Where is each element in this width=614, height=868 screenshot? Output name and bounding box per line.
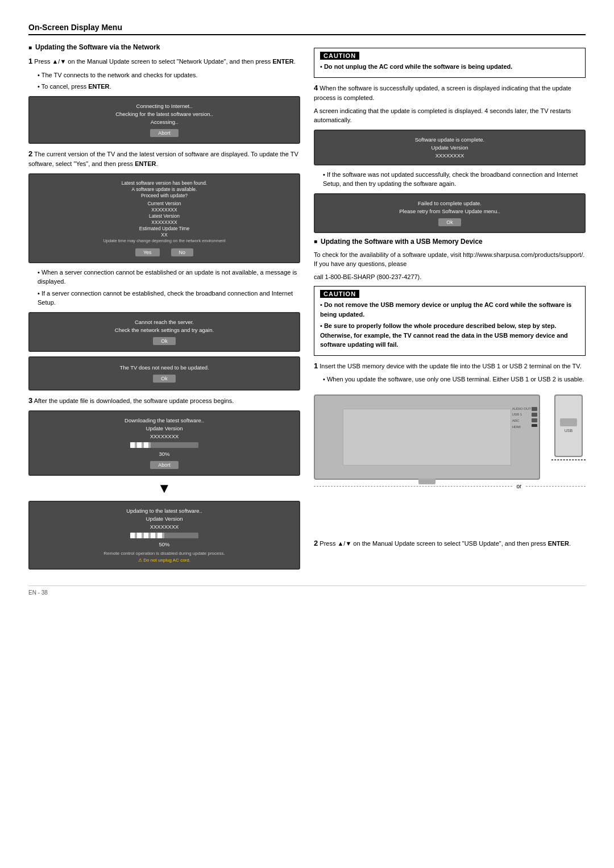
usb-stick-area: USB [551,394,586,463]
screen2-btn-row: Yes No [135,246,193,256]
screen2-latest-val: XXXXXXXX [151,219,177,225]
screen1-abort-btn: Abort [150,129,179,137]
page-header: On-Screen Display Menu [28,23,586,35]
right-column: CAUTION Do not unplug the AC cord while … [314,43,586,574]
screen2-note: Update time may change depending on the … [103,238,225,243]
step2-usb-text: 2 Press ▲/▼ on the Manual Update screen … [314,538,586,549]
screen7: Software update is complete. Update Vers… [314,130,586,165]
screen6-val: XXXXXXXX [150,524,179,530]
arrow-down: ▼ [28,480,300,496]
screen2-yes-btn: Yes [135,248,160,256]
port1 [532,407,537,411]
screen2-line1: Latest software version has been found. [122,180,208,186]
screen2-time-label: Estimated Update Time [139,226,189,231]
tv-stand [418,479,435,484]
dashed-line-left [314,486,512,487]
screen4-ok-btn: Ok [153,375,176,383]
caution2-bullet2: Be sure to properly follow the whole pro… [320,321,579,350]
screen2-latest-label: Latest Version [149,213,180,219]
screen6-note: Remote control operation is disabled dur… [103,551,225,556]
screen5-val: XXXXXXXX [150,433,179,439]
screen6-line1: Updating to the latest software.. [126,508,202,514]
label-audio: AUDIO OUT [512,406,531,412]
step1-usb-text: 1 Insert the USB memory device with the … [314,360,586,372]
screen6-label: Update Version [146,516,183,522]
screen6-progress-fill [130,533,164,538]
port4 [532,424,537,427]
port-group [532,407,539,427]
screen1-line2: Checking for the latest software version… [115,111,213,117]
screen3-line2: Check the network settings and try again… [115,327,214,333]
step1-bullet2: To cancel, press ENTER. [38,82,300,92]
usb-diagram: AUDIO OUT USB 1 ARC HDMI [314,390,586,538]
caution2-box: CAUTION Do not remove the USB memory dev… [314,286,586,356]
screen6: Updating to the latest software.. Update… [28,501,300,570]
port3 [532,418,537,422]
section2-text2: call 1-800-BE-SHARP (800-237-4277). [314,272,586,282]
screen5-abort-btn: Abort [150,461,179,469]
port2 [532,413,537,417]
dashed-line-right [526,486,586,487]
screen2-no-btn: No [171,248,194,256]
step1-bullet1: The TV connects to the network and check… [38,70,300,80]
page-title: On-Screen Display Menu [28,23,122,32]
bullet-server2: If a server connection cannot be establi… [38,289,300,308]
usb-connector [560,418,577,426]
step1-text: 1 Press ▲/▼ on the Manual Update screen … [28,56,300,67]
step3-text: 3 After the update file is downloaded, t… [28,395,300,406]
screen3: Cannot reach the server. Check the netwo… [28,312,300,352]
screen5: Downloading the latest software.. Update… [28,410,300,476]
caution1-title: CAUTION [320,52,359,60]
screen7-line1: Software update is complete. [415,136,485,143]
screen6-progress-pct: 50% [159,541,169,547]
screen8-line1: Failed to complete update. [418,200,482,206]
screen7-val: XXXXXXXX [435,152,464,159]
step2-text: 2 The current version of the TV and the … [28,148,300,169]
screen6-warning: ⚠ Do not unplug AC cord. [138,558,190,563]
caution2-bullet1: Do not remove the USB memory device or u… [320,300,579,319]
bullet-fail: If the software was not updated successf… [323,170,586,189]
tv-screen-placeholder: AUDIO OUT USB 1 ARC HDMI [343,409,511,466]
section2-heading: Updating the Software with a USB Memory … [314,238,586,246]
screen1: Connecting to Internet.. Checking for th… [28,96,300,144]
screen2-line3: Proceed with update? [141,193,188,198]
footer: EN - 38 [28,585,586,596]
screen3-ok-btn: Ok [153,337,176,345]
dotted-separator [551,459,586,460]
screen3-line1: Cannot reach the server. [135,319,194,325]
screen2-current-label: Current Version [147,201,181,206]
tv-diagram-row: AUDIO OUT USB 1 ARC HDMI [314,394,586,480]
usb-stick: USB [554,394,583,457]
label-arc: ARC [512,418,531,424]
screen1-line3: Accessing.. [151,119,179,125]
tv-back-view: AUDIO OUT USB 1 ARC HDMI [314,394,540,480]
bullet-server1: When a server connection cannot be estab… [38,268,300,286]
caution1-bullet1: Do not unplug the AC cord while the soft… [320,62,579,72]
screen1-line1: Connecting to Internet.. [136,103,193,109]
screen5-progress-pct: 30% [159,451,169,457]
page-number: EN - 38 [28,589,48,596]
section1-heading: Updating the Software via the Network [28,43,300,51]
screen2-line2: A software update is available. [132,186,197,192]
step4-note: A screen indicating that the update is c… [314,106,586,125]
screen8: Failed to complete update. Please retry … [314,193,586,233]
or-text: or [517,483,522,489]
section2-text1: To check for the availability of a softw… [314,250,586,269]
usb-stick-label: USB [565,429,572,433]
step4-text: 4 When the software is successfully upda… [314,82,586,103]
screen5-progress-bar [130,442,198,448]
label-hdmi: HDMI [512,424,531,430]
screen6-progress-bar [130,533,198,538]
screen5-label: Update Version [146,425,183,431]
screen5-progress-fill [130,442,151,448]
screen2-current-val: XXXXXXXX [151,207,177,213]
screen5-line1: Downloading the latest software.. [125,417,204,423]
screen2-time-val: XX [161,232,167,238]
screen4-line1: The TV does not need to be updated. [119,364,209,371]
port-labels: AUDIO OUT USB 1 ARC HDMI [512,406,531,430]
screen8-ok-btn: Ok [438,218,461,226]
screen7-label: Update Version [432,144,468,151]
screen4: The TV does not need to be updated. Ok [28,356,300,391]
or-row: or [314,483,586,489]
screen8-line2: Please retry from Software Update menu.. [399,208,500,214]
